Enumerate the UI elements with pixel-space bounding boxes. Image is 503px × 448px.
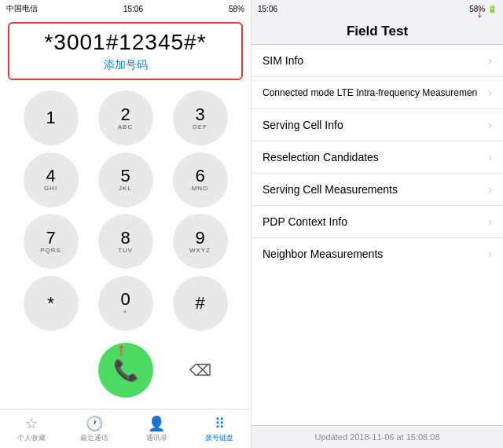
- menu-item-serving-cell-info[interactable]: Serving Cell Info ›: [252, 109, 503, 141]
- menu-list: SIM Info › Connected mode LTE Intra-freq…: [252, 45, 503, 425]
- menu-item-neighbor[interactable]: Neighbor Measurements ›: [252, 238, 503, 270]
- dial-key-5[interactable]: 5JKL: [98, 152, 153, 207]
- sim-info-label: SIM Info: [263, 54, 488, 67]
- menu-item-reselection[interactable]: Reselection Candidates ›: [252, 141, 503, 174]
- nav-contacts-label: 通讯录: [146, 433, 167, 443]
- nav-recents[interactable]: 🕐 最近通话: [63, 413, 126, 445]
- dial-key-7[interactable]: 7PQRS: [24, 214, 79, 269]
- updated-text: Updated 2018-11-06 at 15:08:08: [252, 425, 503, 448]
- menu-item-connected-lte[interactable]: Connected mode LTE Intra-frequency Measu…: [252, 77, 503, 109]
- nav-keypad-label: 拨号键盘: [205, 433, 233, 443]
- menu-item-pdp[interactable]: PDP Context Info ›: [252, 206, 503, 238]
- neighbor-chevron: ›: [488, 248, 492, 260]
- dial-key-1[interactable]: 1: [24, 90, 79, 145]
- nav-recents-label: 最近通话: [80, 433, 108, 443]
- dial-key-hash[interactable]: #: [173, 276, 228, 331]
- dialer-input-area: *3001#12345#* 添加号码: [8, 22, 243, 80]
- menu-item-serving-cell-measurements[interactable]: Serving Cell Measurements ›: [252, 174, 503, 206]
- pdp-label: PDP Context Info: [263, 215, 488, 228]
- delete-button[interactable]: ⌫: [185, 354, 216, 386]
- favorites-icon: ☆: [25, 415, 38, 432]
- carrier-label: 中国电信: [6, 3, 38, 14]
- dial-key-2[interactable]: 2ABC: [98, 90, 153, 145]
- contacts-icon: 👤: [148, 415, 165, 432]
- nav-favorites[interactable]: ☆ 个人收藏: [0, 413, 63, 445]
- dial-key-8[interactable]: 8TUV: [98, 214, 153, 269]
- serving-cell-info-chevron: ›: [488, 119, 492, 131]
- serving-cell-info-label: Serving Cell Info: [263, 119, 488, 131]
- dial-key-star[interactable]: *: [24, 276, 79, 331]
- keypad-icon: ⠿: [215, 415, 225, 432]
- add-number-link[interactable]: 添加号码: [104, 58, 148, 72]
- serving-cell-measurements-chevron: ›: [488, 183, 492, 196]
- field-test-header: Field Test ↓: [252, 17, 503, 45]
- battery-icon-right: 🔋: [487, 5, 497, 13]
- nav-contacts[interactable]: 👤 通讯录: [126, 413, 189, 445]
- dial-grid: 1 2ABC 3DEF 4GHI 5JKL 6MNO 7PQRS 8TUV 9W…: [0, 85, 251, 336]
- dial-key-9[interactable]: 9WXYZ: [173, 214, 228, 269]
- right-panel: 15:06 58% 🔋 Field Test ↓ SIM Info › Conn…: [252, 0, 503, 448]
- status-bar-right: 15:06 58% 🔋: [252, 0, 503, 17]
- neighbor-label: Neighbor Measurements: [263, 248, 488, 260]
- delete-icon: ⌫: [189, 361, 211, 380]
- nav-keypad[interactable]: ⠿ 拨号键盘: [188, 413, 251, 445]
- battery-right-left: 58%: [229, 5, 244, 13]
- reselection-chevron: ›: [488, 151, 492, 163]
- connected-lte-label: Connected mode LTE Intra-frequency Measu…: [263, 87, 488, 98]
- nav-favorites-label: 个人收藏: [17, 433, 46, 443]
- serving-cell-measurements-label: Serving Cell Measurements: [263, 183, 488, 196]
- dial-key-6[interactable]: 6MNO: [173, 152, 228, 207]
- sim-info-chevron: ›: [488, 54, 492, 67]
- red-arrow-call: ↓: [116, 341, 126, 363]
- red-arrow-header: ↓: [475, 3, 483, 21]
- pdp-chevron: ›: [488, 215, 492, 228]
- recents-icon: 🕐: [86, 415, 103, 432]
- header-title: Field Test: [347, 24, 408, 39]
- time-right: 15:06: [258, 5, 277, 13]
- dial-key-4[interactable]: 4GHI: [24, 152, 79, 207]
- reselection-label: Reselection Candidates: [263, 151, 488, 163]
- status-bar-left: 中国电信 15:06 58%: [0, 0, 251, 17]
- bottom-nav: ☆ 个人收藏 🕐 最近通话 👤 通讯录 ⠿ 拨号键盘: [0, 409, 251, 448]
- time-left: 15:06: [123, 5, 143, 13]
- dial-key-3[interactable]: 3DEF: [173, 90, 228, 145]
- menu-item-sim-info[interactable]: SIM Info ›: [252, 45, 503, 77]
- dialer-number: *3001#12345#*: [44, 30, 206, 55]
- connected-lte-chevron: ›: [488, 86, 492, 99]
- dial-key-0[interactable]: 0+: [98, 276, 153, 331]
- updated-label: Updated 2018-11-06 at 15:08:08: [314, 432, 439, 442]
- left-panel: 中国电信 15:06 58% *3001#12345#* 添加号码 1 2ABC…: [0, 0, 252, 448]
